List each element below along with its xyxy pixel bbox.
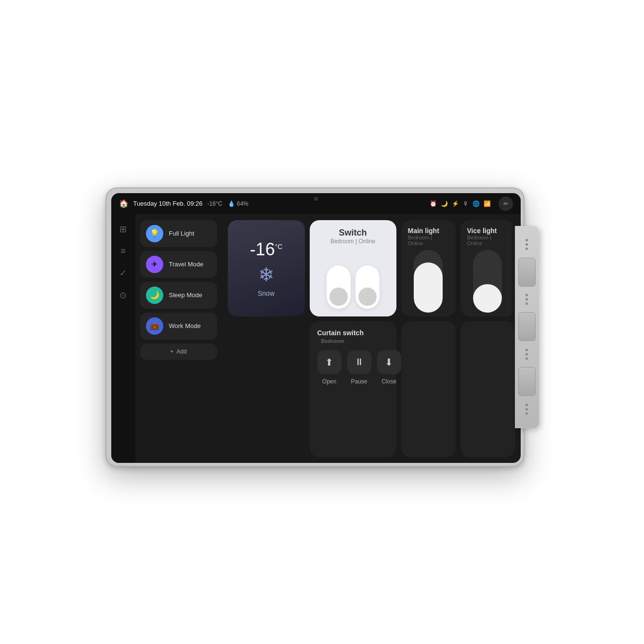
side-dot: [526, 408, 528, 410]
curtain-pause-icon: ⏸: [347, 350, 371, 374]
status-bar-left: 🏠 Tuesday 10th Feb. 09:26 ‑16°C 💧 64%: [119, 199, 430, 208]
left-sidebar: ⊞ ≡ ✓ ⊙: [111, 214, 135, 463]
sidebar-icon-home[interactable]: ⊞: [119, 224, 127, 235]
vice-light-slider-bg: [473, 250, 502, 313]
vice-light-title: Vice light: [467, 227, 508, 235]
side-button-1[interactable]: [518, 258, 536, 287]
curtain-close-icon: ⬇: [377, 350, 401, 374]
switch-toggle-left[interactable]: [327, 265, 351, 309]
add-label: Add: [176, 348, 186, 355]
main-light-title: Main light: [408, 227, 449, 235]
mic-icon: 🎙: [463, 200, 469, 207]
mode-sleep[interactable]: 🌙 Sleep Mode: [140, 282, 217, 309]
device-frame: 🏠 Tuesday 10th Feb. 09:26 ‑16°C 💧 64% ⏰ …: [105, 187, 525, 467]
smart-home-device: 🏠 Tuesday 10th Feb. 09:26 ‑16°C 💧 64% ⏰ …: [105, 187, 539, 467]
side-panel: [515, 226, 539, 428]
vice-light-slider-fill: [473, 284, 502, 313]
travel-label: Travel Mode: [169, 261, 204, 268]
curtain-pause-label: Pause: [351, 378, 367, 385]
sidebar-icon-menu[interactable]: ≡: [120, 246, 126, 256]
side-dot: [526, 349, 528, 351]
curtain-pause-button[interactable]: ⏸ Pause: [347, 350, 371, 385]
switch-card[interactable]: Switch Bedroom | Online: [310, 220, 396, 316]
bluetooth-icon: ⚡: [452, 200, 459, 207]
globe-icon: 🌐: [473, 200, 480, 207]
humidity-display: 💧 64%: [228, 200, 248, 207]
main-light-card: Main light Bedroom | Online 80%: [401, 220, 456, 316]
curtain-open-icon: ⬆: [317, 350, 342, 374]
toggle-knob-left: [329, 288, 348, 306]
side-dot: [526, 412, 528, 415]
vice-light-slider-container[interactable]: 45%: [467, 250, 508, 316]
weather-temperature: -16°C: [250, 239, 283, 260]
status-weather: ‑16°C 💧 64%: [208, 200, 249, 207]
curtain-close-button[interactable]: ⬇ Close: [377, 350, 401, 385]
full-light-label: Full Light: [169, 230, 195, 237]
curtain-buttons: ⬆ Open ⏸ Pause ⬇ Close: [317, 350, 389, 385]
vice-light-card: Vice light Bedroom | Online 45%: [460, 220, 515, 316]
main-content: ⊞ ≡ ✓ ⊙ 💡 Full Light ✈ Travel Mode: [111, 214, 521, 463]
weather-card: -16°C ❄ Snow: [228, 220, 305, 316]
mode-travel[interactable]: ✈ Travel Mode: [140, 251, 217, 278]
switch-toggle-right[interactable]: [355, 265, 380, 309]
side-dots-bot: [526, 349, 528, 360]
edit-button[interactable]: ✏: [499, 197, 513, 211]
switch-title: Switch: [317, 228, 389, 238]
home-icon[interactable]: 🏠: [119, 199, 129, 208]
side-dot: [526, 404, 528, 406]
curtain-location: Bedroom: [321, 338, 344, 344]
side-dots-top: [526, 239, 528, 250]
side-dot: [526, 248, 528, 250]
side-dot: [526, 353, 528, 355]
mode-work[interactable]: 💼 Work Mode: [140, 313, 217, 340]
curtain-open-button[interactable]: ⬆ Open: [317, 350, 342, 385]
switch-subtitle: Bedroom | Online: [317, 238, 389, 245]
status-bar: 🏠 Tuesday 10th Feb. 09:26 ‑16°C 💧 64% ⏰ …: [111, 193, 521, 214]
mode-full-light[interactable]: 💡 Full Light: [140, 220, 217, 247]
overflow-fade: [510, 220, 515, 316]
alarm-icon: ⏰: [430, 200, 437, 207]
temperature-display: ‑16°C: [208, 200, 223, 207]
vice-light-filler: [460, 321, 515, 457]
sleep-icon: 🌙: [146, 287, 163, 304]
add-icon: +: [170, 348, 173, 355]
side-button-3[interactable]: [518, 367, 536, 396]
moon-icon: 🌙: [441, 200, 448, 207]
side-dot: [526, 357, 528, 360]
sidebar-icon-circle[interactable]: ⊙: [119, 290, 127, 301]
sleep-label: Sleep Mode: [169, 291, 202, 299]
side-dots-extra: [526, 404, 528, 415]
wifi-icon: 📶: [484, 200, 491, 207]
sidebar-icon-check[interactable]: ✓: [119, 268, 127, 278]
full-light-icon: 💡: [146, 225, 163, 242]
work-icon: 💼: [146, 317, 163, 335]
main-light-sub: Bedroom | Online: [408, 235, 449, 246]
add-mode-button[interactable]: + Add: [140, 343, 217, 360]
travel-icon: ✈: [146, 256, 163, 273]
side-dot: [526, 294, 528, 296]
main-light-slider-fill: [414, 263, 443, 313]
cards-area: -16°C ❄ Snow Switch Bedroom | Online: [222, 214, 521, 463]
side-dots-mid: [526, 294, 528, 305]
side-dot: [526, 243, 528, 246]
status-bar-right: ⏰ 🌙 ⚡ 🎙 🌐 📶 ✏: [430, 197, 513, 211]
side-dot: [526, 298, 528, 301]
main-light-slider-bg: [414, 250, 443, 313]
vice-light-sub: Bedroom | Online: [467, 235, 508, 246]
side-dot: [526, 302, 528, 305]
edit-icon: ✏: [503, 200, 508, 207]
curtain-switch-card: Curtain switch Bedroom ⬆ Open ⏸ Pause: [310, 321, 396, 457]
curtain-title: Curtain switch Bedroom: [317, 329, 389, 344]
modes-panel: 💡 Full Light ✈ Travel Mode 🌙 Sleep Mode …: [135, 214, 222, 463]
curtain-open-label: Open: [322, 378, 336, 385]
curtain-close-label: Close: [381, 378, 396, 385]
toggle-knob-right: [358, 288, 377, 306]
status-date: Tuesday 10th Feb. 09:26: [133, 200, 203, 207]
side-dot: [526, 239, 528, 241]
camera-dot: [314, 197, 318, 201]
side-button-2[interactable]: [518, 312, 536, 341]
main-light-slider-container[interactable]: 80%: [408, 250, 449, 316]
screen: 🏠 Tuesday 10th Feb. 09:26 ‑16°C 💧 64% ⏰ …: [111, 193, 521, 463]
weather-icon: ❄: [258, 263, 275, 286]
switch-toggles: [327, 265, 380, 309]
